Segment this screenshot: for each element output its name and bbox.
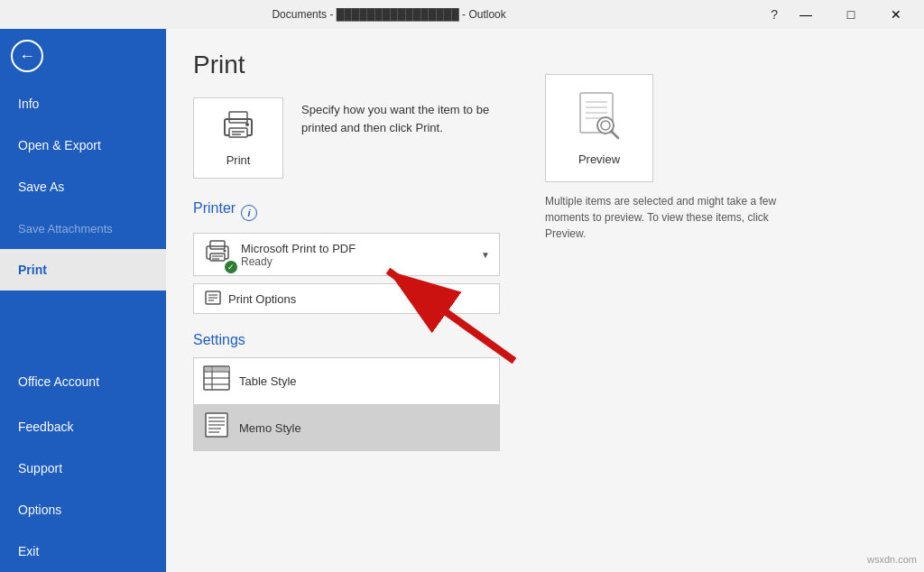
sidebar-item-save-attachments: Save Attachments xyxy=(0,208,166,249)
print-button-area: Print Specify how you want the item to b… xyxy=(193,97,500,179)
app-body: ← Info Open & Export Save As Save Attach… xyxy=(0,29,924,572)
printer-section-title: Printer xyxy=(193,200,236,217)
printer-name: Microsoft Print to PDF xyxy=(241,242,472,255)
printer-dropdown[interactable]: ✓ Microsoft Print to PDF Ready ▼ xyxy=(193,233,500,276)
sidebar-item-support[interactable]: Support xyxy=(0,447,166,489)
sidebar-item-print[interactable]: Print xyxy=(0,249,166,291)
printer-icon-area: ✓ xyxy=(203,239,232,270)
back-circle-icon: ← xyxy=(11,40,43,72)
table-style-icon xyxy=(203,365,230,397)
info-icon[interactable]: i xyxy=(241,205,257,221)
svg-point-5 xyxy=(245,123,249,126)
ready-check-icon: ✓ xyxy=(225,261,237,273)
close-button[interactable]: ✕ xyxy=(875,0,917,29)
svg-rect-21 xyxy=(205,367,211,371)
page-title: Print xyxy=(193,51,500,79)
print-icon xyxy=(221,110,255,148)
watermark: wsxdn.com xyxy=(867,554,917,565)
main-inner: Print xyxy=(166,29,924,572)
back-button[interactable]: ← xyxy=(0,29,54,83)
sidebar-item-options[interactable]: Options xyxy=(0,489,166,530)
svg-rect-8 xyxy=(210,254,225,261)
svg-rect-2 xyxy=(229,128,247,137)
printer-info: Microsoft Print to PDF Ready xyxy=(241,242,472,268)
preview-text: Multiple items are selected and might ta… xyxy=(545,193,798,242)
settings-section-title: Settings xyxy=(193,332,500,348)
minimize-button[interactable]: — xyxy=(785,0,827,29)
preview-box[interactable]: Preview xyxy=(545,74,653,182)
sidebar: ← Info Open & Export Save As Save Attach… xyxy=(0,29,166,572)
help-button[interactable]: ? xyxy=(771,7,778,22)
maximize-button[interactable]: □ xyxy=(830,0,872,29)
preview-label: Preview xyxy=(578,152,620,166)
preview-panel: Preview Multiple items are selected and … xyxy=(527,29,924,572)
titlebar: Documents - ████████████████ - Outlook ?… xyxy=(0,0,924,29)
sidebar-item-info[interactable]: Info xyxy=(0,83,166,125)
print-button[interactable]: Print xyxy=(193,97,283,179)
sidebar-item-open-export[interactable]: Open & Export xyxy=(0,125,166,166)
sidebar-item-office-account[interactable]: Office Account xyxy=(0,357,166,406)
printer-status: Ready xyxy=(241,255,472,268)
print-options-label: Print Options xyxy=(228,292,296,306)
print-options-icon xyxy=(205,290,221,309)
main-content: Print xyxy=(166,29,924,572)
svg-line-35 xyxy=(612,131,619,138)
print-btn-label: Print xyxy=(226,153,251,167)
svg-rect-1 xyxy=(229,112,247,123)
memo-style-icon xyxy=(203,412,230,444)
print-description: Specify how you want the item to be prin… xyxy=(301,97,500,136)
sidebar-item-save-as[interactable]: Save As xyxy=(0,166,166,208)
memo-style-label: Memo Style xyxy=(239,421,301,435)
settings-item-table-style[interactable]: Table Style xyxy=(193,357,500,404)
svg-point-11 xyxy=(224,250,226,253)
print-options-button[interactable]: Print Options xyxy=(193,283,500,314)
print-panel: Print xyxy=(166,29,527,572)
titlebar-title: Documents - ████████████████ - Outlook xyxy=(7,8,771,21)
table-style-label: Table Style xyxy=(239,374,297,388)
sidebar-item-feedback[interactable]: Feedback xyxy=(0,406,166,447)
preview-doc-icon xyxy=(577,91,622,145)
svg-rect-22 xyxy=(213,367,229,371)
svg-rect-7 xyxy=(210,241,225,249)
settings-item-memo-style[interactable]: Memo Style xyxy=(193,404,500,451)
sidebar-item-exit[interactable]: Exit xyxy=(0,530,166,572)
dropdown-arrow-icon: ▼ xyxy=(481,250,490,260)
